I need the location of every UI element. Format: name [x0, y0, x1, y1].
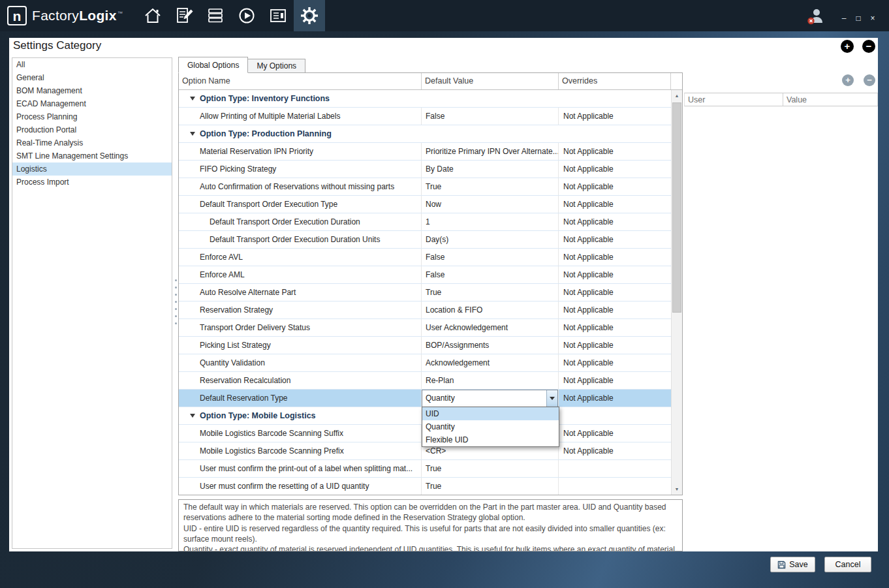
sidebar-item-process-planning[interactable]: Process Planning	[12, 110, 172, 123]
overrides-cell: Not Applicable	[559, 425, 671, 442]
override-add-button[interactable]: +	[842, 74, 854, 86]
overrides-grid-header: UserValue	[684, 93, 878, 106]
user-status[interactable]	[805, 6, 825, 25]
option-name-cell: Quantity Validation	[179, 354, 422, 371]
option-row-auto-confirmation-of-reservations-withou[interactable]: Auto Confirmation of Reservations withou…	[179, 178, 671, 196]
nav-inventory[interactable]	[200, 0, 231, 31]
scroll-up-icon[interactable]: ▲	[672, 90, 682, 101]
sidebar-item-process-import[interactable]: Process Import	[12, 176, 172, 189]
nav-home[interactable]	[137, 0, 168, 31]
reservation-type-combobox[interactable]: Quantity	[422, 390, 558, 407]
close-button[interactable]: ×	[866, 12, 880, 25]
dropdown-item-flexible-uid[interactable]: Flexible UID	[422, 433, 559, 446]
override-remove-button[interactable]: −	[864, 74, 875, 86]
option-description: The default way in which materials are r…	[178, 499, 683, 551]
option-row-transport-order-delivery-status[interactable]: Transport Order Delivery StatusUser Ackn…	[179, 319, 671, 337]
dropdown-item-uid[interactable]: UID	[422, 407, 559, 420]
default-value-cell: Now	[422, 196, 559, 213]
option-row-default-transport-order-execution-durati[interactable]: Default Transport Order Execution Durati…	[179, 231, 671, 249]
group-row-option-type-production-planning[interactable]: Option Type: Production Planning	[179, 125, 671, 143]
option-row-picking-list-strategy[interactable]: Picking List StrategyBOP/AssignmentsNot …	[179, 337, 671, 354]
option-name-cell: Default Transport Order Execution Type	[179, 196, 422, 213]
sidebar-item-all[interactable]: All	[12, 58, 172, 71]
overrides-column-header-user[interactable]: User	[685, 93, 783, 106]
dropdown-item-quantity[interactable]: Quantity	[422, 420, 559, 433]
group-row-option-type-inventory-functions[interactable]: Option Type: Inventory Functions	[179, 90, 671, 108]
option-row-user-must-confirm-the-print-out-of-a-lab[interactable]: User must confirm the print-out of a lab…	[179, 460, 671, 478]
cancel-button[interactable]: Cancel	[824, 557, 871, 572]
sidebar-item-real-time-analysis[interactable]: Real-Time Analysis	[12, 136, 172, 149]
grid-vertical-scrollbar[interactable]: ▲ ▼	[671, 90, 682, 495]
nav-process-planning[interactable]	[168, 0, 200, 31]
option-row-material-reservation-ipn-priority[interactable]: Material Reservation IPN PriorityPriorit…	[179, 143, 671, 161]
option-row-auto-resolve-alternate-part[interactable]: Auto Resolve Alternate PartTrueNot Appli…	[179, 284, 671, 302]
option-row-fifo-picking-strategy[interactable]: FIFO Picking StrategyBy DateNot Applicab…	[179, 161, 671, 178]
overrides-cell: Not Applicable	[559, 231, 671, 248]
sidebar-item-bom-management[interactable]: BOM Management	[12, 84, 172, 97]
overrides-cell: Not Applicable	[559, 161, 671, 178]
tab-global-options[interactable]: Global Options	[178, 57, 248, 73]
compass-arrow-icon	[238, 7, 256, 25]
default-value-cell: By Date	[422, 161, 559, 178]
save-button[interactable]: Save	[770, 557, 815, 572]
stack-icon	[206, 7, 225, 25]
default-value-cell: Day(s)	[422, 231, 559, 248]
combobox-dropdown-button[interactable]	[546, 390, 557, 407]
option-name-cell: Default Transport Order Execution Durati…	[179, 231, 422, 248]
default-value-cell: Re-Plan	[422, 372, 559, 389]
default-value-cell: Acknowledgement	[422, 354, 559, 371]
overrides-cell: Not Applicable	[559, 354, 671, 371]
nav-reports[interactable]	[262, 0, 294, 31]
overrides-column-header-value[interactable]: Value	[783, 93, 877, 106]
overrides-cell: Not Applicable	[559, 302, 671, 318]
sidebar-splitter[interactable]	[174, 279, 178, 324]
sidebar-item-general[interactable]: General	[12, 71, 172, 84]
option-row-enforce-avl[interactable]: Enforce AVLFalseNot Applicable	[179, 249, 671, 266]
nav-dispatch[interactable]	[231, 0, 262, 31]
app-window: n FactoryLogix™	[0, 0, 889, 588]
default-value-cell: Prioritize Primary IPN Over Alternate...	[422, 143, 559, 160]
scroll-down-icon[interactable]: ▼	[672, 484, 682, 495]
options-grid-header: Option NameDefault ValueOverrides	[179, 73, 682, 90]
collapse-icon[interactable]	[190, 97, 195, 101]
option-name-cell: Auto Confirmation of Reservations withou…	[179, 178, 422, 195]
option-row-default-reservation-type[interactable]: Default Reservation TypeQuantityNot Appl…	[179, 390, 671, 407]
category-remove-button[interactable]: −	[862, 40, 875, 53]
category-add-button[interactable]: +	[841, 40, 854, 53]
option-name-cell: Transport Order Delivery Status	[179, 319, 422, 336]
option-row-default-transport-order-execution-type[interactable]: Default Transport Order Execution TypeNo…	[179, 196, 671, 213]
brand-logix: Logix	[79, 8, 117, 23]
brand-factory: Factory	[32, 8, 79, 23]
tab-my-options[interactable]: My Options	[247, 59, 305, 73]
maximize-button[interactable]: □	[851, 12, 866, 25]
collapse-icon[interactable]	[190, 132, 195, 136]
option-name-cell: User must confirm the print-out of a lab…	[179, 460, 422, 477]
collapse-icon[interactable]	[190, 414, 195, 418]
overrides-cell: Not Applicable	[559, 337, 671, 354]
default-value-cell: True	[422, 178, 559, 195]
option-name-cell: Reservation Recalculation	[179, 372, 422, 389]
default-value-cell: Location & FIFO	[422, 302, 559, 318]
column-header-option-name[interactable]: Option Name	[179, 73, 422, 89]
sidebar-item-production-portal[interactable]: Production Portal	[12, 123, 172, 136]
overrides-cell: Not Applicable	[559, 213, 671, 230]
nav-settings[interactable]	[294, 0, 325, 31]
option-row-default-transport-order-execution-durati[interactable]: Default Transport Order Execution Durati…	[179, 213, 671, 231]
option-row-enforce-aml[interactable]: Enforce AMLFalseNot Applicable	[179, 266, 671, 284]
user-icon	[805, 6, 825, 25]
option-row-allow-printing-of-multiple-material-labe[interactable]: Allow Printing of Multiple Material Labe…	[179, 108, 671, 125]
column-header-overrides[interactable]: Overrides	[559, 73, 671, 89]
sidebar-item-logistics[interactable]: Logistics	[12, 162, 172, 176]
option-row-user-must-confirm-the-resetting-of-a-uid[interactable]: User must confirm the resetting of a UID…	[179, 478, 671, 495]
option-name-cell: Enforce AVL	[179, 249, 422, 266]
overrides-cell: Not Applicable	[559, 266, 671, 283]
minimize-button[interactable]: –	[837, 12, 851, 25]
option-row-quantity-validation[interactable]: Quantity ValidationAcknowledgementNot Ap…	[179, 354, 671, 372]
scrollbar-thumb[interactable]	[672, 102, 681, 313]
sidebar-item-smt-line-management-settings[interactable]: SMT Line Management Settings	[12, 149, 172, 162]
option-row-reservation-recalculation[interactable]: Reservation RecalculationRe-PlanNot Appl…	[179, 372, 671, 390]
sidebar-item-ecad-management[interactable]: ECAD Management	[12, 97, 172, 110]
option-row-reservation-strategy[interactable]: Reservation StrategyLocation & FIFONot A…	[179, 302, 671, 319]
column-header-default-value[interactable]: Default Value	[422, 73, 559, 89]
overrides-cell: Not Applicable	[559, 143, 671, 160]
